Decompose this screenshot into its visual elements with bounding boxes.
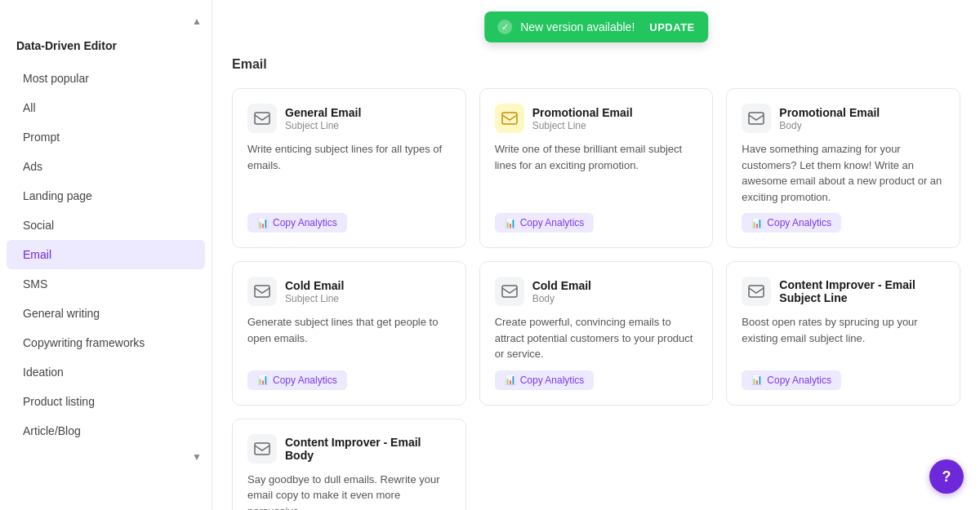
card-general-email[interactable]: General Email Subject Line Write enticin… (232, 88, 466, 248)
card-description-cold-email-body: Create powerful, convincing emails to at… (495, 314, 698, 362)
email-icon-promotional-email-body (742, 104, 771, 133)
card-subtitle-cold-email-subject: Subject Line (285, 293, 344, 304)
svg-rect-4 (502, 286, 517, 297)
svg-rect-2 (749, 113, 764, 124)
cards-grid: General Email Subject Line Write enticin… (232, 88, 960, 510)
card-header: Content Improver - Email Subject Line (742, 277, 945, 306)
sidebar-item-sms[interactable]: SMS (7, 269, 205, 299)
card-title-content-improver-body: Content Improver - Email Body (285, 436, 451, 462)
notification-message: New version available! (520, 20, 635, 33)
copy-analytics-button-promotional-email-body[interactable]: 📊 Copy Analytics (742, 213, 841, 233)
email-icon-content-improver-subject (742, 277, 771, 306)
sidebar-item-prompt[interactable]: Prompt (7, 122, 205, 152)
sidebar: ▲ Data-Driven Editor Most popularAllProm… (0, 0, 212, 510)
card-subtitle-promotional-email-subject: Subject Line (532, 120, 633, 131)
main-content: ✓ New version available! UPDATE × Email … (212, 0, 980, 510)
sidebar-item-ideation[interactable]: Ideation (7, 357, 205, 387)
bar-chart-icon: 📊 (505, 375, 516, 385)
card-cold-email-body[interactable]: Cold Email Body Create powerful, convinc… (479, 261, 714, 406)
copy-analytics-button-cold-email-body[interactable]: 📊 Copy Analytics (495, 370, 595, 390)
sidebar-item-ads[interactable]: Ads (7, 152, 205, 181)
card-title-promotional-email-body: Promotional Email (779, 106, 880, 119)
svg-rect-0 (255, 113, 270, 124)
bar-chart-icon: 📊 (257, 375, 269, 385)
scroll-up-arrow[interactable]: ▲ (189, 13, 205, 29)
update-button[interactable]: UPDATE (649, 21, 694, 33)
close-notification-button[interactable]: × (722, 19, 731, 36)
card-header: Promotional Email Body (742, 104, 945, 133)
copy-analytics-button-general-email[interactable]: 📊 Copy Analytics (247, 213, 347, 233)
sidebar-item-general-writing[interactable]: General writing (7, 299, 205, 328)
copy-analytics-button-promotional-email-subject[interactable]: 📊 Copy Analytics (495, 213, 595, 233)
card-subtitle-promotional-email-body: Body (779, 120, 880, 131)
card-description-content-improver-body: Say goodbye to dull emails. Rewrite your… (247, 472, 451, 511)
sidebar-item-copywriting-frameworks[interactable]: Copywriting frameworks (7, 328, 205, 357)
notification-banner: ✓ New version available! UPDATE × (484, 11, 708, 42)
bar-chart-icon: 📊 (751, 375, 763, 385)
card-title-general-email: General Email (285, 106, 361, 119)
sidebar-item-email[interactable]: Email (7, 240, 205, 269)
svg-rect-3 (255, 286, 270, 297)
card-header: Content Improver - Email Body (247, 434, 451, 463)
email-icon-promotional-email-subject (495, 104, 524, 133)
card-content-improver-subject[interactable]: Content Improver - Email Subject Line Bo… (726, 261, 960, 406)
check-icon: ✓ (497, 20, 512, 34)
email-icon-general-email (247, 104, 277, 133)
sidebar-item-social[interactable]: Social (7, 211, 205, 240)
card-title-content-improver-subject: Content Improver - Email Subject Line (779, 278, 945, 304)
sidebar-title: Data-Driven Editor (0, 33, 212, 64)
sidebar-item-all[interactable]: All (7, 93, 205, 122)
card-header: Promotional Email Subject Line (495, 104, 698, 133)
svg-rect-1 (502, 113, 517, 124)
card-title-promotional-email-subject: Promotional Email (532, 106, 633, 119)
copy-analytics-button-content-improver-subject[interactable]: 📊 Copy Analytics (742, 370, 841, 390)
email-icon-cold-email-subject (247, 277, 277, 306)
copy-analytics-button-cold-email-subject[interactable]: 📊 Copy Analytics (247, 370, 347, 390)
email-icon-content-improver-body (247, 434, 277, 463)
card-title-cold-email-subject: Cold Email (285, 279, 344, 292)
sidebar-item-article-blog[interactable]: Article/Blog (7, 416, 205, 446)
bar-chart-icon: 📊 (751, 218, 763, 228)
card-header: Cold Email Body (495, 277, 698, 306)
card-description-promotional-email-subject: Write one of these brilliant email subje… (495, 141, 698, 205)
card-header: Cold Email Subject Line (247, 277, 451, 306)
svg-rect-5 (749, 286, 764, 297)
bar-chart-icon: 📊 (505, 218, 516, 228)
email-icon-cold-email-body (495, 277, 524, 306)
card-title-cold-email-body: Cold Email (532, 279, 591, 292)
page-title: Email (232, 57, 960, 72)
scroll-down-arrow[interactable]: ▼ (189, 449, 205, 465)
card-header: General Email Subject Line (247, 104, 451, 133)
card-description-content-improver-subject: Boost open rates by sprucing up your exi… (742, 314, 945, 362)
card-cold-email-subject[interactable]: Cold Email Subject Line Generate subject… (232, 261, 466, 406)
sidebar-item-landing-page[interactable]: Landing page (7, 181, 205, 211)
card-promotional-email-subject[interactable]: Promotional Email Subject Line Write one… (479, 88, 714, 248)
card-subtitle-cold-email-body: Body (532, 293, 591, 304)
help-button[interactable]: ? (929, 459, 964, 494)
card-subtitle-general-email: Subject Line (285, 120, 361, 131)
card-description-promotional-email-body: Have something amazing for your customer… (742, 141, 945, 205)
sidebar-item-product-listing[interactable]: Product listing (7, 387, 205, 416)
card-content-improver-body[interactable]: Content Improver - Email Body Say goodby… (232, 419, 466, 511)
content-area: Email General Email Subject Line Write e… (212, 0, 980, 510)
svg-rect-6 (255, 443, 270, 455)
card-description-general-email: Write enticing subject lines for all typ… (247, 141, 451, 205)
card-description-cold-email-subject: Generate subject lines that get people t… (247, 314, 451, 362)
bar-chart-icon: 📊 (257, 218, 269, 228)
card-promotional-email-body[interactable]: Promotional Email Body Have something am… (726, 88, 960, 248)
sidebar-item-most-popular[interactable]: Most popular (7, 64, 205, 93)
